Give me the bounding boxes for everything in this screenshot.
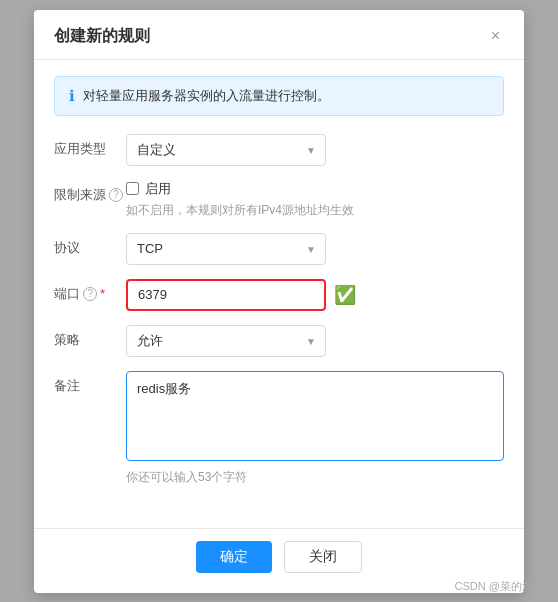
limit-source-checkbox-label: 启用 [145,180,171,198]
info-text: 对轻量应用服务器实例的入流量进行控制。 [83,87,330,105]
app-type-row: 应用类型 自定义 HTTP HTTPS SSH MySQL Redis ▼ [54,134,504,166]
remark-content: redis服务 你还可以输入53个字符 [126,371,504,486]
dialog-overlay: 创建新的规则 × ℹ 对轻量应用服务器实例的入流量进行控制。 应用类型 自定义 [0,0,558,602]
limit-source-checkbox[interactable] [126,182,139,195]
limit-source-checkbox-row: 启用 [126,180,504,198]
remark-row: 备注 redis服务 你还可以输入53个字符 [54,371,504,486]
protocol-row: 协议 TCP UDP TCP+UDP ICMP ▼ [54,233,504,265]
protocol-select[interactable]: TCP UDP TCP+UDP ICMP [126,233,326,265]
watermark-text: CSDN @菜的深沉 [455,579,544,594]
protocol-content: TCP UDP TCP+UDP ICMP ▼ [126,233,504,265]
protocol-label: 协议 [54,233,126,257]
dialog-title: 创建新的规则 [54,26,150,47]
port-row: 端口 ? * ✅ [54,279,504,311]
protocol-select-wrapper[interactable]: TCP UDP TCP+UDP ICMP ▼ [126,233,326,265]
strategy-row: 策略 允许 拒绝 ▼ [54,325,504,357]
dialog: 创建新的规则 × ℹ 对轻量应用服务器实例的入流量进行控制。 应用类型 自定义 [34,10,524,593]
app-type-select[interactable]: 自定义 HTTP HTTPS SSH MySQL Redis [126,134,326,166]
app-type-select-wrapper[interactable]: 自定义 HTTP HTTPS SSH MySQL Redis ▼ [126,134,326,166]
port-valid-icon: ✅ [334,284,356,306]
remark-label: 备注 [54,371,126,395]
port-required-star: * [100,286,105,301]
confirm-button[interactable]: 确定 [196,541,272,573]
app-type-label: 应用类型 [54,134,126,158]
port-input[interactable] [126,279,326,311]
port-help-icon[interactable]: ? [83,287,97,301]
port-label: 端口 ? * [54,279,126,303]
app-type-content: 自定义 HTTP HTTPS SSH MySQL Redis ▼ [126,134,504,166]
dialog-footer: 确定 关闭 [34,528,524,593]
char-count-text: 你还可以输入53个字符 [126,469,504,486]
info-banner: ℹ 对轻量应用服务器实例的入流量进行控制。 [54,76,504,116]
dialog-header: 创建新的规则 × [34,10,524,60]
dialog-body: ℹ 对轻量应用服务器实例的入流量进行控制。 应用类型 自定义 HTTP HTTP… [34,60,524,520]
info-icon: ℹ [69,87,75,105]
limit-source-help-icon[interactable]: ? [109,188,123,202]
port-wrapper: ✅ [126,279,504,311]
strategy-select-wrapper[interactable]: 允许 拒绝 ▼ [126,325,326,357]
strategy-label: 策略 [54,325,126,349]
port-content: ✅ [126,279,504,311]
remark-textarea[interactable]: redis服务 [126,371,504,461]
strategy-content: 允许 拒绝 ▼ [126,325,504,357]
close-button[interactable]: 关闭 [284,541,362,573]
limit-source-hint: 如不启用，本规则对所有IPv4源地址均生效 [126,202,504,219]
limit-source-row: 限制来源 ? 启用 如不启用，本规则对所有IPv4源地址均生效 [54,180,504,219]
limit-source-content: 启用 如不启用，本规则对所有IPv4源地址均生效 [126,180,504,219]
close-icon[interactable]: × [487,26,504,46]
strategy-select[interactable]: 允许 拒绝 [126,325,326,357]
limit-source-label: 限制来源 ? [54,180,126,204]
